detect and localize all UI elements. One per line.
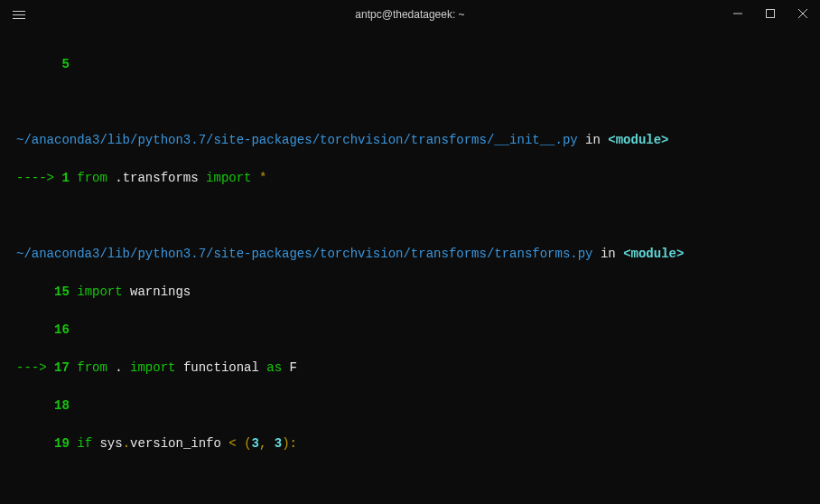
blank-line (16, 207, 804, 226)
traceback-frame-header: ~/anaconda3/lib/python3.7/site-packages/… (16, 245, 804, 264)
window-title: antpc@thedatageek: ~ (355, 8, 464, 21)
traceback-frame-header: ~/anaconda3/lib/python3.7/site-packages/… (16, 131, 804, 150)
terminal-output[interactable]: 5 ~/anaconda3/lib/python3.7/site-package… (0, 29, 820, 504)
code-line: ---> 17 from . import functional as F (16, 359, 804, 378)
maximize-button[interactable] (766, 9, 775, 20)
close-button[interactable] (798, 9, 807, 20)
minimize-button[interactable] (733, 9, 742, 20)
code-line: 19 if sys.version_info < (3, 3): (16, 434, 804, 453)
blank-line (16, 472, 804, 491)
line: 5 (16, 55, 804, 74)
code-line: 16 (16, 321, 804, 340)
blank-line (16, 93, 804, 112)
code-line: ----> 1 from .transforms import * (16, 169, 804, 188)
menu-icon[interactable] (13, 11, 25, 19)
svg-rect-1 (767, 10, 775, 18)
code-line: 18 (16, 397, 804, 415)
code-line: 15 import warnings (16, 283, 804, 302)
titlebar: antpc@thedatageek: ~ (0, 0, 820, 29)
